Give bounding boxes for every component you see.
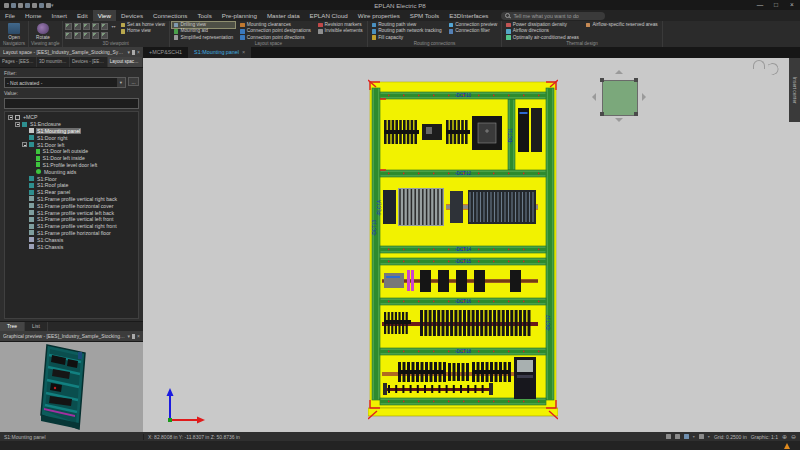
- rotate-view-icon[interactable]: [768, 61, 781, 75]
- ribbon-tab-wire-properties[interactable]: Wire properties: [353, 10, 405, 21]
- filter-combobox[interactable]: - Not activated - ▾: [4, 77, 126, 88]
- ribbon-tab-edit[interactable]: Edit: [72, 10, 93, 21]
- tree-item-s1-profile-level-door-left[interactable]: S1:Profile level door left: [6, 162, 137, 169]
- viewpoint-cube-icon[interactable]: [101, 32, 108, 39]
- tree-item-s1-rear-panel[interactable]: S1:Rear panel: [6, 189, 137, 196]
- zoom-in-icon[interactable]: ⊕: [782, 434, 787, 440]
- tree-item-s1-frame-profile-vertical-right-back[interactable]: S1:Frame profile vertical right back: [6, 196, 137, 203]
- canvas-tab-mcp-sch1[interactable]: +MCP&SCH1: [143, 47, 188, 58]
- maximize-button[interactable]: □: [768, 0, 784, 10]
- view-tab-list[interactable]: List: [25, 322, 48, 331]
- collapse-icon[interactable]: [22, 142, 27, 147]
- ribbon-button-airflow-specific-reserved-areas[interactable]: Airflow-specific reserved areas: [584, 22, 660, 28]
- ribbon-tab-tools[interactable]: Tools: [192, 10, 216, 21]
- ribbon-button-fill-capacity[interactable]: Fill capacity: [370, 35, 444, 41]
- cube-face[interactable]: [602, 80, 638, 116]
- value-input[interactable]: [4, 98, 139, 109]
- collapse-icon[interactable]: [15, 122, 20, 127]
- tree-item-s1-floor[interactable]: S1:Floor: [6, 175, 137, 182]
- panel-pin-icon[interactable]: [132, 50, 135, 55]
- tree-item-s1-door-right[interactable]: S1:Door right: [6, 134, 137, 141]
- tree-item-s1-mounting-panel[interactable]: S1:Mounting panel: [6, 128, 137, 135]
- save-icon[interactable]: [18, 3, 23, 8]
- quick-access-dropdown-icon[interactable]: ▾: [51, 3, 54, 8]
- ribbon-tab-spm-tools[interactable]: SPM Tools: [405, 10, 444, 21]
- preview-dropdown-icon[interactable]: ▾: [128, 331, 131, 341]
- panel-dropdown-icon[interactable]: ▾: [128, 47, 131, 57]
- tree-item-s1-door-left-inside[interactable]: S1:Door left inside: [6, 155, 137, 162]
- viewpoint-cube-icon[interactable]: [74, 23, 81, 30]
- tree-item-s1-frame-profile-vertical-left-back[interactable]: S1:Frame profile vertical left back: [6, 209, 137, 216]
- ribbon-button-open[interactable]: Open: [2, 22, 26, 40]
- tree-item-s1-frame-profile-horizontal-cover[interactable]: S1:Frame profile horizontal cover: [6, 202, 137, 209]
- warning-icon[interactable]: [784, 443, 790, 449]
- navigation-cube[interactable]: [590, 68, 648, 124]
- viewpoint-cube-icon[interactable]: [92, 23, 99, 30]
- open-icon[interactable]: [11, 3, 16, 8]
- preview-pin-icon[interactable]: [132, 334, 135, 339]
- cube-arrow-left-icon[interactable]: [592, 93, 596, 101]
- ribbon-button-home-view[interactable]: Home view: [119, 28, 167, 34]
- navigator-tab-3[interactable]: Layout space - [E...: [108, 57, 143, 67]
- insert-center-tab[interactable]: Insert center: [789, 58, 800, 122]
- collapse-icon[interactable]: [8, 115, 13, 120]
- canvas-tab-s1-mounting-panel[interactable]: S1:Mounting panel×: [188, 47, 251, 58]
- redo-icon[interactable]: [32, 3, 37, 8]
- cube-arrow-up-icon[interactable]: [615, 70, 623, 74]
- viewpoint-cube-icon[interactable]: [101, 23, 108, 30]
- panel-close-icon[interactable]: ×: [137, 47, 140, 57]
- tree-item-s1-door-left-outside[interactable]: S1:Door left outside: [6, 148, 137, 155]
- navigator-tab-0[interactable]: Pages - [EES]_Ind...: [0, 57, 37, 67]
- ribbon-tab-master-data[interactable]: Master data: [262, 10, 305, 21]
- cube-arrow-right-icon[interactable]: [642, 93, 646, 101]
- ribbon-button-optimally-air-conditioned-areas[interactable]: Optimally air-conditioned areas: [504, 35, 581, 41]
- filter-more-button[interactable]: ...: [128, 77, 139, 86]
- layers-icon[interactable]: [684, 434, 689, 439]
- ribbon-button-simplified-representation[interactable]: Simplified representation: [172, 35, 235, 41]
- viewpoint-cube-icon[interactable]: [92, 32, 99, 39]
- minimize-button[interactable]: —: [752, 0, 768, 10]
- print-icon[interactable]: [39, 3, 44, 8]
- cube-arrow-down-icon[interactable]: [615, 118, 623, 122]
- ribbon-tab-view[interactable]: View: [93, 10, 116, 21]
- rotate-view-icon[interactable]: [753, 60, 765, 69]
- select-mode-icon[interactable]: [666, 434, 671, 439]
- viewpoint-cube-icon[interactable]: [65, 23, 72, 30]
- ribbon-tab-connections[interactable]: Connections: [148, 10, 192, 21]
- tree-item-mcp[interactable]: +MCP: [6, 114, 137, 121]
- close-button[interactable]: ×: [784, 0, 800, 10]
- tree-item-s1-chassis[interactable]: S1:Chassis: [6, 243, 137, 250]
- grid-toggle-icon[interactable]: [699, 434, 704, 439]
- preview-close-icon[interactable]: ×: [137, 331, 140, 341]
- viewpoint-cube-icon[interactable]: [83, 23, 90, 30]
- tree-item-s1-door-left[interactable]: S1:Door left: [6, 141, 137, 148]
- ribbon-tab-insert[interactable]: Insert: [47, 10, 72, 21]
- ribbon-button-rotate[interactable]: Rotate: [31, 22, 55, 40]
- ribbon-tab-eplan-cloud[interactable]: EPLAN Cloud: [305, 10, 353, 21]
- tree-item-s1-frame-profile-vertical-left-front[interactable]: S1:Frame profile vertical left front: [6, 216, 137, 223]
- new-icon[interactable]: [4, 3, 9, 8]
- navigator-tab-1[interactable]: 3D mounting lay...: [37, 57, 70, 67]
- navigator-tab-2[interactable]: Devices - [EES]_In...: [70, 57, 108, 67]
- undo-icon[interactable]: [25, 3, 30, 8]
- ribbon-tab-home[interactable]: Home: [20, 10, 47, 21]
- ribbon-tab-file[interactable]: File: [0, 10, 20, 21]
- snap-mode-icon[interactable]: [675, 434, 680, 439]
- ribbon-button-connection-point-directions[interactable]: Connection point directions: [238, 35, 313, 41]
- tell-me-search[interactable]: Tell me what you want to do: [501, 12, 605, 20]
- ribbon-button-invisible-elements[interactable]: Invisible elements: [316, 28, 365, 34]
- tree-item-s1-roof-plate[interactable]: S1:Roof plate: [6, 182, 137, 189]
- tree-item-s1-frame-profile-vertical-right-front[interactable]: S1:Frame profile vertical right front: [6, 223, 137, 230]
- ribbon-button-connection-filter[interactable]: Connection filter: [447, 28, 500, 34]
- tree-item-s1-frame-profile-horizontal-floor[interactable]: S1:Frame profile horizontal floor: [6, 230, 137, 237]
- viewpoint-cube-icon[interactable]: [74, 32, 81, 39]
- zoom-out-icon[interactable]: ⊖: [791, 434, 796, 440]
- filter-dropdown-icon[interactable]: ▾: [117, 78, 125, 87]
- tree-item-s1-chassis[interactable]: S1:Chassis: [6, 236, 137, 243]
- viewpoint-cube-icon[interactable]: [83, 32, 90, 39]
- view-tab-tree[interactable]: Tree: [0, 322, 25, 331]
- canvas[interactable]: -DCT10 -DCT12 -DCT14 -DCT15 -DCT16 -DCT1…: [143, 58, 800, 432]
- ribbon-tab-e3dinterfaces[interactable]: E3DInterfaces: [444, 10, 493, 21]
- tree-item-mounting-aids[interactable]: Mounting aids: [6, 168, 137, 175]
- tree-item-s1-enclosure[interactable]: S1:Enclosure: [6, 121, 137, 128]
